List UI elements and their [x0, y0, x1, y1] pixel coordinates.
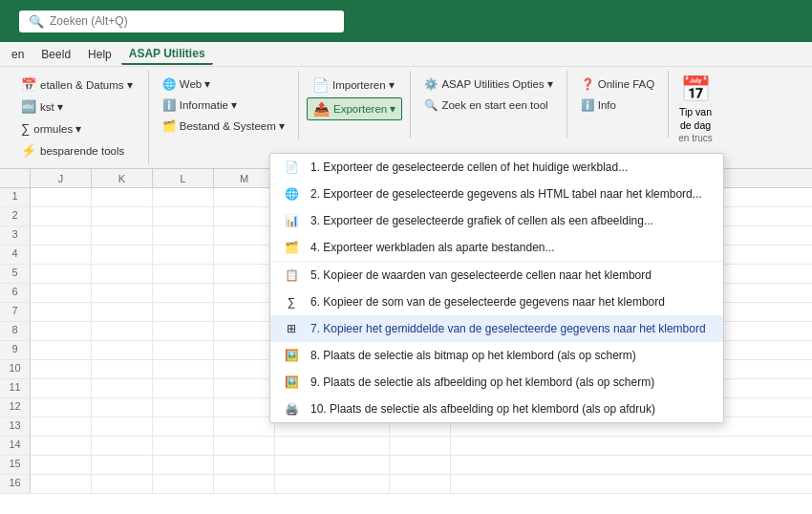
tip-group[interactable]: 📅 Tip van de dag en trucs: [669, 71, 722, 147]
tools-btn[interactable]: ⚡ besparende tools: [15, 140, 139, 161]
cell-m[interactable]: [214, 418, 275, 436]
cell-m[interactable]: [214, 360, 275, 378]
cell-j[interactable]: [31, 456, 92, 474]
cell-k[interactable]: [92, 379, 153, 397]
informatie-btn[interactable]: ℹ️ Informatie ▾: [157, 96, 290, 115]
cell-m[interactable]: [214, 284, 275, 302]
dropdown-item[interactable]: 🖨️10. Plaats de selectie als afbeelding …: [270, 396, 723, 422]
cell-k[interactable]: [92, 437, 153, 455]
cell-j[interactable]: [31, 398, 92, 417]
cell-j[interactable]: [31, 246, 92, 264]
dropdown-item[interactable]: 📋5. Kopieer de waarden van geselecteerde…: [270, 262, 723, 289]
cell-m[interactable]: [214, 341, 275, 359]
cell-l[interactable]: [153, 188, 214, 206]
cell-m[interactable]: [214, 303, 275, 321]
cell-l[interactable]: [153, 207, 214, 225]
cell-v[interactable]: [390, 475, 451, 493]
cell-k[interactable]: [92, 226, 153, 245]
dropdown-item[interactable]: 🖼️8. Plaats de selectie als bitmap op he…: [270, 342, 723, 369]
info-btn2[interactable]: ℹ️ Info: [575, 96, 660, 115]
cell-k[interactable]: [92, 475, 153, 493]
cell-k[interactable]: [92, 284, 153, 302]
cell-m[interactable]: [214, 456, 275, 474]
cell-l[interactable]: [153, 226, 214, 245]
menu-item-en[interactable]: en: [4, 45, 32, 64]
cell-k[interactable]: [92, 398, 153, 417]
cell-j[interactable]: [31, 341, 92, 359]
search-tool-btn[interactable]: 🔍 Zoek en start een tool: [418, 96, 558, 115]
dropdown-item[interactable]: 🌐2. Exporteer de geselecteerde gegevens …: [270, 181, 723, 207]
cell-m[interactable]: [214, 379, 275, 397]
dropdown-item[interactable]: 📄1. Exporteer de geselecteerde cellen of…: [270, 154, 723, 181]
cell-l[interactable]: [153, 284, 214, 302]
cell-j[interactable]: [31, 207, 92, 225]
cell-l[interactable]: [153, 322, 214, 340]
cell-l[interactable]: [153, 437, 214, 455]
web-btn[interactable]: 🌐 Web ▾: [157, 75, 290, 94]
dropdown-item[interactable]: ∑6. Kopieer de som van de geselecteerde …: [270, 289, 723, 315]
cell-j[interactable]: [31, 360, 92, 378]
cell-n[interactable]: [275, 437, 390, 455]
importeren-btn[interactable]: 📄 Importeren ▾: [307, 75, 402, 96]
cell-j[interactable]: [31, 475, 92, 493]
online-faq-btn[interactable]: ❓ Online FAQ: [575, 75, 660, 94]
cell-k[interactable]: [92, 322, 153, 340]
cell-l[interactable]: [153, 341, 214, 359]
cell-v[interactable]: [390, 456, 451, 474]
cell-m[interactable]: [214, 188, 275, 206]
table-row[interactable]: 15: [0, 456, 812, 475]
search-box[interactable]: 🔍: [19, 11, 344, 32]
cell-l[interactable]: [153, 398, 214, 417]
cell-v[interactable]: [390, 437, 451, 455]
cell-m[interactable]: [214, 226, 275, 245]
table-row[interactable]: 14: [0, 437, 812, 456]
cell-n[interactable]: [275, 456, 390, 474]
bestand-btn[interactable]: 🗂️ Bestand & Systeem ▾: [157, 117, 290, 136]
dropdown-item[interactable]: 🖼️9. Plaats de selectie als afbeelding o…: [270, 369, 723, 396]
exporteren-btn[interactable]: 📤 Exporteren ▾: [307, 97, 402, 120]
cell-j[interactable]: [31, 188, 92, 206]
cell-l[interactable]: [153, 303, 214, 321]
cell-l[interactable]: [153, 246, 214, 264]
cell-l[interactable]: [153, 456, 214, 474]
cell-m[interactable]: [214, 437, 275, 455]
cell-m[interactable]: [214, 207, 275, 225]
cell-k[interactable]: [92, 360, 153, 378]
cell-j[interactable]: [31, 265, 92, 283]
cell-j[interactable]: [31, 437, 92, 455]
cell-k[interactable]: [92, 265, 153, 283]
cell-j[interactable]: [31, 226, 92, 245]
cell-m[interactable]: [214, 398, 275, 417]
cell-j[interactable]: [31, 303, 92, 321]
cell-k[interactable]: [92, 188, 153, 206]
dropdown-item[interactable]: 🗂️4. Exporteer werkbladen als aparte bes…: [270, 234, 723, 261]
cell-m[interactable]: [214, 246, 275, 264]
cell-k[interactable]: [92, 303, 153, 321]
cell-k[interactable]: [92, 418, 153, 436]
cell-j[interactable]: [31, 379, 92, 397]
cell-m[interactable]: [214, 322, 275, 340]
dropdown-item[interactable]: ⊞7. Kopieer het gemiddelde van de gesele…: [270, 315, 723, 342]
cell-l[interactable]: [153, 418, 214, 436]
cell-k[interactable]: [92, 456, 153, 474]
menu-item-help[interactable]: Help: [80, 45, 119, 64]
cell-j[interactable]: [31, 322, 92, 340]
search-input[interactable]: [50, 14, 334, 28]
asap-options-btn[interactable]: ⚙️ ASAP Utilities Opties ▾: [418, 75, 558, 94]
menu-item-beeld[interactable]: Beeld: [33, 45, 78, 64]
cell-l[interactable]: [153, 360, 214, 378]
cell-l[interactable]: [153, 475, 214, 493]
cell-n[interactable]: [275, 475, 390, 493]
menu-item-asap[interactable]: ASAP Utilities: [121, 44, 213, 65]
cell-k[interactable]: [92, 341, 153, 359]
tekst-btn[interactable]: 🔤 kst ▾: [15, 96, 139, 117]
cell-m[interactable]: [214, 475, 275, 493]
cell-k[interactable]: [92, 246, 153, 264]
getallen-btn[interactable]: 📅 etallen & Datums ▾: [15, 75, 139, 95]
cell-m[interactable]: [214, 265, 275, 283]
cell-l[interactable]: [153, 265, 214, 283]
table-row[interactable]: 16: [0, 475, 812, 494]
cell-l[interactable]: [153, 379, 214, 397]
cell-j[interactable]: [31, 284, 92, 302]
dropdown-item[interactable]: 📊3. Exporteer de geselecteerde grafiek o…: [270, 207, 723, 234]
